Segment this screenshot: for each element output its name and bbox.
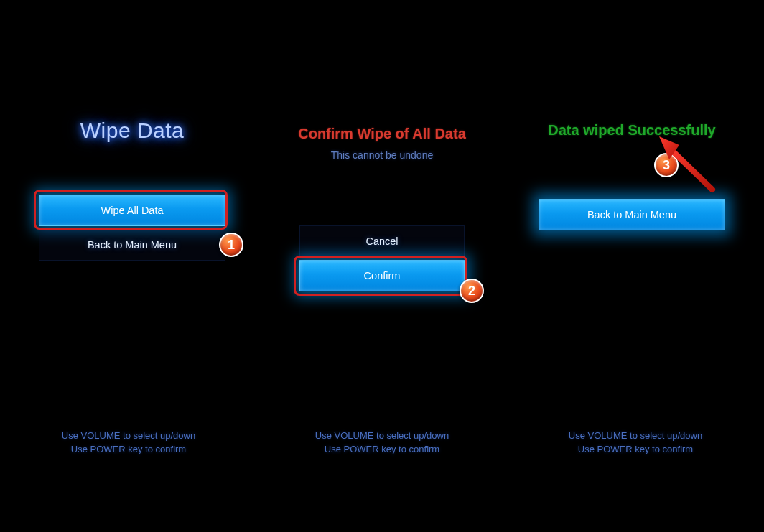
- badge-number-2: 2: [468, 284, 475, 299]
- menu-panel3: Back to Main Menu: [539, 199, 725, 230]
- step-badge-1: 1: [219, 233, 243, 257]
- panels-row: Wipe Data Wipe All Data Back to Main Men…: [0, 0, 764, 532]
- footer-line1: Use VOLUME to select up/down: [315, 430, 449, 441]
- back-to-main-label: Back to Main Menu: [88, 239, 177, 251]
- footer-line1: Use VOLUME to select up/down: [569, 430, 702, 441]
- menu-panel1: Wipe All Data Back to Main Menu: [39, 195, 225, 261]
- badge-number-1: 1: [228, 238, 235, 253]
- panel-success: Data wiped Successfully Back to Main Men…: [507, 0, 764, 532]
- subtitle-cannot-undo: This cannot be undone: [331, 149, 433, 161]
- footer-line2: Use POWER key to confirm: [325, 444, 439, 454]
- back-to-main-button[interactable]: Back to Main Menu: [39, 229, 225, 261]
- wipe-all-data-button[interactable]: Wipe All Data: [39, 195, 225, 226]
- panel-wipe-data: Wipe Data Wipe All Data Back to Main Men…: [0, 0, 257, 532]
- back-to-main-button-success[interactable]: Back to Main Menu: [539, 199, 725, 230]
- arrow-icon: [640, 134, 719, 198]
- panel-confirm-wipe: Confirm Wipe of All Data This cannot be …: [257, 0, 507, 532]
- footer-panel3: Use VOLUME to select up/down Use POWER k…: [507, 430, 764, 454]
- confirm-button[interactable]: Confirm: [299, 260, 465, 291]
- cancel-button[interactable]: Cancel: [299, 225, 465, 257]
- back-to-main-label-success: Back to Main Menu: [587, 209, 676, 220]
- footer-panel2: Use VOLUME to select up/down Use POWER k…: [257, 430, 507, 454]
- title-wipe-data: Wipe Data: [80, 118, 185, 143]
- footer-panel1: Use VOLUME to select up/down Use POWER k…: [0, 430, 257, 454]
- footer-line2: Use POWER key to confirm: [578, 444, 693, 454]
- footer-line1: Use VOLUME to select up/down: [62, 430, 195, 441]
- wipe-all-data-label: Wipe All Data: [101, 205, 163, 216]
- title-confirm-wipe: Confirm Wipe of All Data: [298, 126, 466, 142]
- confirm-label: Confirm: [364, 270, 401, 281]
- cancel-label: Cancel: [365, 235, 398, 247]
- footer-line2: Use POWER key to confirm: [71, 444, 186, 454]
- svg-line-0: [669, 148, 712, 190]
- menu-panel2: Cancel Confirm: [285, 225, 479, 291]
- step-badge-2: 2: [460, 279, 484, 303]
